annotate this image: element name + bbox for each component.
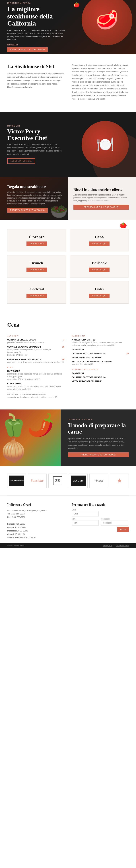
messaggio-field[interactable] [101, 520, 128, 526]
item-name: MEZZA ARAGOSTA DEL MAINE [72, 356, 129, 359]
item-name: CALAMARI SCOTTATE IN PADELLA [72, 376, 129, 378]
item-name: GAMBERI 84 [72, 348, 129, 351]
footer-nav: Privacy Policy Termini di servizio [103, 545, 129, 547]
menu-item: CUORE FIBRA salute suolo, erbe di grigli… [7, 382, 64, 399]
nome-field[interactable] [72, 520, 99, 526]
item-name: CALAMARI SCOTTATE IN PADELLA 34 [72, 352, 129, 354]
chef-banner-section: MICHELIN Victor Perry Executive Chef Ape… [0, 112, 136, 177]
modo-description: Aperto da oltre 15 anni, il nostro risto… [68, 437, 129, 450]
michelin-label: MICHELIN [7, 125, 64, 127]
hero-title: La migliore steakhouse della California [7, 6, 69, 27]
modo-content: INCONTRA & PESCA Il modo di preparare la… [61, 409, 136, 466]
menu-item: CALAMARI SCOTTATE IN PADELLA 28 uova sal… [7, 358, 64, 364]
news-text: Attraverso anni di esperienza espressa c… [74, 193, 129, 202]
modo-cta-button[interactable]: PRENOTA SUBITO IL TUO TAVOLO [68, 453, 129, 457]
form-submit-button[interactable]: INVIA [117, 527, 129, 532]
partner-zs: ZS [48, 473, 67, 488]
cena-col-1: ANTIPASTI OSTRICA DEL MEZZO SUCCO 7 per … [7, 332, 64, 400]
cena-title: Cena [7, 322, 129, 328]
regalo-btn[interactable]: PRENOTA SUBITO IL TUO TAVOLO [7, 208, 48, 213]
news-title: Ricevi le ultime notizie e offerte [74, 187, 129, 192]
item-name: A 8 NEW YORK CTIF | 23 [72, 339, 129, 341]
footer-form: Email Nome Messaggio INVIA [72, 509, 129, 532]
menu-item: GAMBERI 84 [72, 348, 129, 351]
footer-book-title: Prenota ora il tuo tavolo [72, 503, 129, 507]
footer-address-title: Indirizzo e Orari [7, 503, 64, 507]
partner-logo-classic: CLASSIC [71, 475, 86, 486]
footer-bottom-bar: © 2023 La Steakhouse Privacy Policy Term… [0, 543, 136, 548]
menu-card-title-cena: Cena [74, 235, 125, 239]
item-name: CUORE FIBRA [7, 382, 64, 385]
footer-privacy-link[interactable]: Privacy Policy [103, 545, 113, 547]
news-panel: Ricevi le ultime notizie e offerte Attra… [68, 177, 136, 220]
partner-vintage: Vintage [89, 473, 108, 488]
modo-food-image: 🫑🌶️🧅 [0, 409, 61, 466]
hours-row: Lunedì 18:00-22:00 [7, 522, 64, 526]
chef-left: MICHELIN Victor Perry Executive Chef Ape… [7, 125, 64, 164]
regalo-panel: 🥗 Regala una steakhouse Atroci visione è… [0, 177, 68, 220]
chef-interview-button[interactable]: LEGGI L'INTERVISTA [7, 158, 35, 164]
menu-card-brunch: Brunch ORDINA DI QUI [7, 255, 66, 278]
category-beef: BEEF [7, 366, 64, 368]
modo-title: Il modo di preparare la carne [68, 422, 129, 435]
chef-description: Aperto da oltre 15 anni, il nostro risto… [7, 143, 64, 156]
menu-card-btn-pranzo[interactable]: ORDINA DI QUI [26, 242, 47, 246]
menu-card-pranzo: Il pranzo ORDINA DI QUI [7, 229, 66, 251]
menu-item: CALAMARI SCOTTATE IN PADELLA 34 [72, 352, 129, 354]
menu-card-title-pranzo: Il pranzo [11, 235, 62, 239]
footer-copyright: © 2023 La Steakhouse [7, 545, 24, 547]
form-row-email: Email [72, 509, 129, 517]
item-name: MEZZA ARAGOSTA DEL MAINE [72, 380, 129, 382]
footer-terms-link[interactable]: Termini di servizio [116, 545, 129, 547]
stef-title: La Steakhouse di Stef [7, 63, 64, 69]
hero-cta-button[interactable]: PRENOTA SUBITO IL TUO TAVOLO [7, 47, 48, 52]
menu-card-btn-barbook[interactable]: ORDINA DI QUI [89, 268, 110, 272]
item-name: CALAMARI SCOTTATE IN PADELLA 28 [7, 358, 64, 361]
news-btn[interactable]: PRENOTA SUBITO IL TUO TAVOLO [74, 205, 129, 210]
menu-cards-section: 🍅 Il pranzo ORDINA DI QUI Cena ORDINA DI… [0, 220, 136, 313]
category-formaggi: FORMAGGI BLU SMETTE [72, 369, 129, 370]
partner-logo-vintage: Vintage [94, 479, 104, 483]
menu-item: COCKTAIL CLASSICO DI GAMBERI 36 salute, … [7, 346, 64, 356]
modo-tag: INCONTRA & PESCA [68, 418, 129, 420]
menu-item: MEZZA ARAGOSTA DEL MAINE [72, 380, 129, 382]
footer-hours: Lunedì 18:00-22:00 Martedì 16:00-20:00 m… [7, 522, 64, 539]
footer-address: Indirizzo e Orari 9911 S Main Street, Lo… [7, 503, 64, 539]
menu-item: GAMBERI 84 [72, 372, 129, 374]
regalo-title: Regala una steakhouse [7, 184, 62, 189]
menu-card-btn-cocktail[interactable]: ORDINA DI QUI [26, 293, 47, 298]
menu-card-title-brunch: Brunch [11, 261, 62, 266]
cena-columns: ANTIPASTI OSTRICA DEL MEZZO SUCCO 7 per … [7, 332, 129, 400]
footer-booking: Prenota ora il tuo tavolo Email Nome Mes… [72, 503, 129, 539]
partner-logo-entertainings: ENTERTAINING'S [9, 475, 24, 486]
hours-row: giovedì 16:00-21:30 [7, 533, 64, 536]
partners-section: ENTERTAINING'S Sunshine ZS CLASSIC Vinta… [0, 466, 136, 495]
item-name: COCKTAIL CLASSICO DI GAMBERI 36 [7, 346, 64, 348]
menu-card-title-cocktail: Cocktail [11, 287, 62, 291]
hero-link[interactable]: Maggiori info [7, 43, 69, 45]
form-row-name-message: Nome Messaggio [72, 518, 129, 526]
hours-row: mercoledì 18:00-22:00 [7, 529, 64, 533]
item-name: OSTRICA DEL MEZZO SUCCO 7 [7, 339, 64, 341]
hero-description: Aperto da oltre 15 anni, il nostro risto… [7, 29, 69, 41]
partner-entertainings: ENTERTAINING'S [7, 473, 26, 488]
menu-card-btn-dolci[interactable]: ORDINA DI QUI [89, 293, 110, 298]
cena-menu-section: Cena ANTIPASTI OSTRICA DEL MEZZO SUCCO 7… [0, 313, 136, 409]
email-field[interactable] [72, 511, 99, 517]
menu-card-btn-cena[interactable]: ORDINA DI QUI [89, 242, 110, 246]
messaggio-label: Messaggio [101, 518, 129, 520]
footer-section: Indirizzo e Orari 9911 S Main Street, Lo… [0, 495, 136, 543]
footer-address-lines: 9911 S Main Street, Los Angeles, CA, 900… [7, 509, 64, 539]
split-section: 🥗 Regala una steakhouse Atroci visione è… [0, 177, 136, 220]
menu-card-title-barbook: Barbook [74, 261, 125, 266]
chef-title: Victor Perry Executive Chef [7, 128, 64, 142]
chef-image [82, 121, 129, 168]
menu-card-dolci: Dolci ORDINA DI QUI [70, 281, 129, 304]
menu-item: A 8 NEW YORK CTIF | 23 Tortello di tirar… [72, 339, 129, 347]
partner-logo-star: ★ [117, 478, 122, 484]
menu-card-btn-brunch[interactable]: ORDINA DI QUI [26, 268, 47, 272]
partner-star: ★ [110, 473, 129, 488]
stef-text1: Attraverso anni di esperienza applicata … [7, 72, 64, 89]
stef-section: La Steakhouse di Stef Attraverso anni di… [0, 54, 136, 112]
item-name: BACON E TAGLIU' SPESSA ALLA GRIGLIA [72, 361, 129, 363]
